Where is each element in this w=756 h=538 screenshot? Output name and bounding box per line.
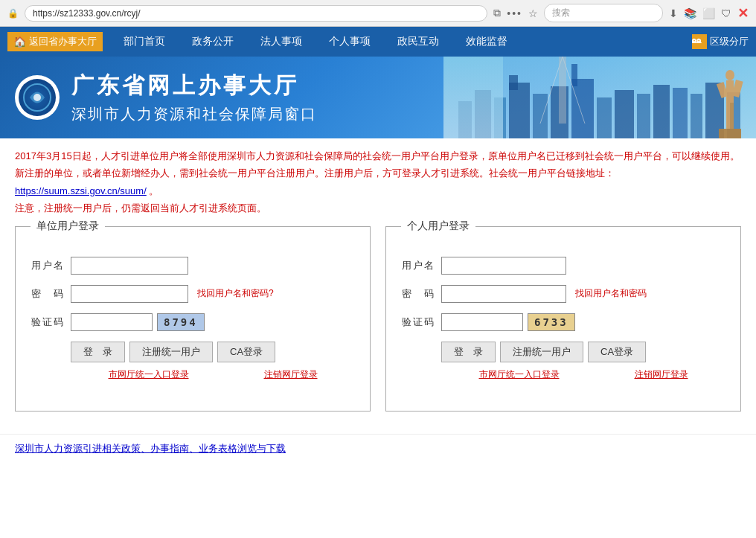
svg-rect-17 xyxy=(691,94,702,138)
unit-login-title: 单位用户登录 xyxy=(31,220,105,233)
bottom-links: 深圳市人力资源引进相关政策、办事指南、业务表格浏览与下载 xyxy=(0,434,756,463)
svg-rect-15 xyxy=(653,85,670,138)
personal-username-input[interactable] xyxy=(441,257,566,275)
unit-ca-button[interactable]: CA登录 xyxy=(217,342,275,362)
unit-register-button[interactable]: 注册统一用户 xyxy=(129,342,213,362)
svg-rect-28 xyxy=(726,103,730,129)
nav-item-affairs[interactable]: 政务公开 xyxy=(179,27,247,57)
statue xyxy=(711,64,749,138)
personal-password-input[interactable] xyxy=(441,285,566,303)
browser-chrome: 🔒 https://sz12333.gov.cn/rcyj/ ⧉ ••• ☆ 搜… xyxy=(0,0,756,27)
copy-icon[interactable]: ⧉ xyxy=(493,7,501,19)
unit-login-buttons: 登 录 注册统一用户 CA登录 xyxy=(71,342,355,362)
search-bar[interactable]: 搜索 xyxy=(544,4,663,22)
personal-password-label: 密 码 xyxy=(401,287,435,301)
home-icon: 🏠 xyxy=(13,36,26,48)
region-label: 区级分厅 xyxy=(710,35,749,48)
back-label: 返回省办事大厅 xyxy=(29,35,97,48)
unit-captcha-wrapper: 8794 xyxy=(71,313,205,331)
logo-inner xyxy=(19,79,56,116)
notice-area: 2017年3月15日起，人才引进单位用户将全部使用深圳市人力资源和社会保障局的社… xyxy=(0,138,756,226)
notice-link[interactable]: https://suum.szsi.gov.cn/suum/ xyxy=(15,185,147,196)
personal-forgot-link[interactable]: 找回用户名和密码 xyxy=(575,287,647,300)
banner-title: 广东省网上办事大厅 深圳市人力资源和社会保障局窗口 xyxy=(71,71,317,124)
personal-captcha-row: 验证码 6733 xyxy=(401,313,725,331)
svg-rect-22 xyxy=(559,57,566,124)
svg-point-24 xyxy=(725,70,734,80)
unit-password-input[interactable] xyxy=(71,285,188,303)
nav-item-efficiency[interactable]: 效能监督 xyxy=(452,27,521,57)
nav-label: 法人事项 xyxy=(260,35,302,48)
nav-item-legal[interactable]: 法人事项 xyxy=(247,27,315,57)
personal-register-button[interactable]: 注册统一用户 xyxy=(500,342,583,362)
personal-unified-link[interactable]: 市网厅统一入口登录 xyxy=(479,368,560,381)
search-placeholder: 搜索 xyxy=(552,7,570,18)
personal-login-links: 市网厅统一入口登录 注销网厅登录 xyxy=(441,368,725,381)
personal-captcha-input[interactable] xyxy=(441,313,523,331)
svg-rect-30 xyxy=(719,129,741,138)
window-icon[interactable]: ⬜ xyxy=(702,7,715,19)
url-text: https://sz12333.gov.cn/rcyj/ xyxy=(33,8,141,19)
nav-label: 政务公开 xyxy=(192,35,234,48)
personal-logout-link[interactable]: 注销网厅登录 xyxy=(635,368,688,381)
personal-ca-button[interactable]: CA登录 xyxy=(588,342,646,362)
nav-item-department[interactable]: 部门首页 xyxy=(110,27,179,57)
svg-rect-6 xyxy=(509,83,530,138)
unit-login-box: 单位用户登录 用户名 密 码 找回用户名和密码? 验证码 8794 登 录 注册… xyxy=(15,226,371,411)
svg-rect-13 xyxy=(615,90,634,138)
svg-rect-14 xyxy=(637,94,650,138)
bookmark-icon[interactable]: ☆ xyxy=(528,7,538,19)
personal-captcha-image[interactable]: 6733 xyxy=(528,313,575,331)
unit-captcha-value: 8794 xyxy=(164,316,198,328)
unit-captcha-input[interactable] xyxy=(71,313,153,331)
region-icon: 🏘 xyxy=(692,34,707,49)
lock-icon: 🔒 xyxy=(7,8,19,19)
banner: 广东省网上办事大厅 深圳市人力资源和社会保障局窗口 xyxy=(0,57,756,138)
back-to-hall[interactable]: 🏠 返回省办事大厅 xyxy=(7,32,103,51)
nav-label: 部门首页 xyxy=(124,35,165,48)
unit-login-links: 市网厅统一入口登录 注销网厅登录 xyxy=(71,368,355,381)
unit-username-input[interactable] xyxy=(71,257,188,275)
login-panels: 单位用户登录 用户名 密 码 找回用户名和密码? 验证码 8794 登 录 注册… xyxy=(0,226,756,426)
address-bar[interactable]: https://sz12333.gov.cn/rcyj/ xyxy=(25,5,487,22)
close-icon[interactable]: ✕ xyxy=(737,5,749,22)
nav-item-citizen[interactable]: 政民互动 xyxy=(384,27,452,57)
personal-username-row: 用户名 xyxy=(401,257,725,275)
unit-logout-link[interactable]: 注销网厅登录 xyxy=(264,368,318,381)
personal-login-title: 个人用户登录 xyxy=(401,220,475,233)
unit-forgot-link[interactable]: 找回用户名和密码? xyxy=(197,287,274,300)
top-navigation: 🏠 返回省办事大厅 部门首页 政务公开 法人事项 个人事项 政民互动 效能监督 … xyxy=(0,27,756,57)
more-icon[interactable]: ••• xyxy=(507,7,522,19)
unit-unified-link[interactable]: 市网厅统一入口登录 xyxy=(109,368,189,381)
svg-rect-8 xyxy=(533,94,548,138)
personal-login-box: 个人用户登录 用户名 密 码 找回用户名和密码 验证码 6733 登 录 注册统… xyxy=(385,226,741,411)
nav-label: 效能监督 xyxy=(466,35,507,48)
download-icon[interactable]: ⬇ xyxy=(669,7,678,19)
unit-captcha-row: 验证码 8794 xyxy=(31,313,355,331)
region-selector[interactable]: 🏘 区级分厅 xyxy=(692,34,749,49)
personal-login-button[interactable]: 登 录 xyxy=(441,342,496,362)
personal-captcha-wrapper: 6733 xyxy=(441,313,575,331)
personal-login-buttons: 登 录 注册统一用户 CA登录 xyxy=(441,342,725,362)
unit-login-button[interactable]: 登 录 xyxy=(71,342,125,362)
personal-captcha-value: 6733 xyxy=(534,316,568,328)
banner-title-main: 广东省网上办事大厅 xyxy=(71,71,317,101)
shield-icon[interactable]: 🛡 xyxy=(721,7,731,19)
nav-item-personal[interactable]: 个人事项 xyxy=(315,27,384,57)
nav-label: 政民互动 xyxy=(397,35,439,48)
unit-captcha-label: 验证码 xyxy=(31,316,65,329)
svg-rect-11 xyxy=(571,64,577,86)
unit-username-row: 用户名 xyxy=(31,257,355,275)
unit-username-label: 用户名 xyxy=(31,259,65,272)
svg-rect-29 xyxy=(730,103,734,129)
notice-text3: 注意，注册统一用户后，仍需返回当前人才引进系统页面。 xyxy=(15,202,266,214)
banner-title-sub: 深圳市人力资源和社会保障局窗口 xyxy=(71,104,317,124)
unit-captcha-image[interactable]: 8794 xyxy=(157,313,205,331)
logo xyxy=(15,75,60,120)
nav-label: 个人事项 xyxy=(329,35,371,48)
personal-password-row: 密 码 找回用户名和密码 xyxy=(401,285,725,303)
city-decoration xyxy=(443,57,756,138)
library-icon[interactable]: 📚 xyxy=(684,7,696,19)
policy-link[interactable]: 深圳市人力资源引进相关政策、办事指南、业务表格浏览与下载 xyxy=(15,443,286,454)
svg-rect-12 xyxy=(597,97,612,138)
